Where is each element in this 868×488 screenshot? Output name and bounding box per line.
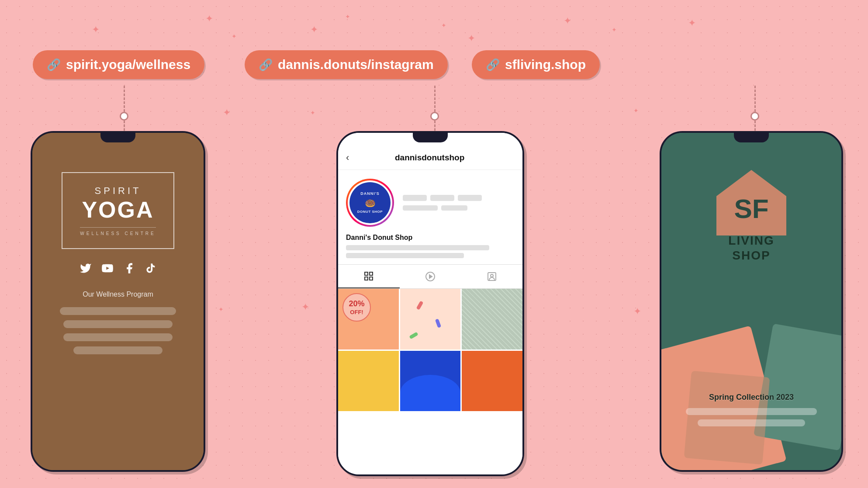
bio-line-1 [346, 245, 489, 250]
sparkle-icon: ✦ [92, 24, 100, 35]
link-icon: 🔗 [486, 58, 500, 72]
svg-point-8 [491, 274, 493, 277]
tiktok-icon [145, 262, 156, 277]
grid-item-1: 20% OFF! [338, 289, 399, 350]
url-pill-2[interactable]: 🔗 dannis.donuts/instagram [245, 50, 448, 79]
svg-rect-4 [370, 277, 373, 280]
stat-bar-2 [430, 195, 454, 201]
discount-percent: 20% [349, 299, 364, 309]
sparkle-icon: ✦ [301, 301, 309, 313]
donut-logo: DANNI'S 🍩 DONUT SHOP [346, 179, 394, 227]
sf-shop-text: SHOP [728, 248, 774, 263]
url-pill-3[interactable]: 🔗 sfliving.shop [472, 50, 600, 79]
phone1-content: SPIRIT YOGA WELLNESS CENTRE Our Wellness… [32, 133, 204, 470]
spring-bars [674, 408, 828, 426]
ig-tab-tagged[interactable] [461, 265, 522, 288]
wellness-text: WELLNESS CENTRE [80, 227, 156, 236]
youtube-icon [101, 262, 114, 277]
sparkle-icon: ✦ [441, 22, 446, 29]
sf-house-svg: SF [714, 168, 788, 238]
link-icon: 🔗 [259, 58, 273, 72]
sf-living-label: LIVING SHOP [728, 233, 774, 263]
geometric-shapes [661, 287, 841, 470]
sparkle-icon: ✦ [688, 17, 696, 29]
bar-3 [63, 333, 173, 341]
grid-item-2 [400, 289, 461, 350]
grid-item-4 [338, 351, 399, 412]
action-bar-1 [403, 205, 438, 211]
ig-tab-grid[interactable] [338, 265, 400, 288]
link-icon: 🔗 [47, 58, 61, 72]
ig-tab-reels[interactable] [400, 265, 461, 288]
sparkle-icon: ✦ [223, 107, 231, 118]
ig-action-bars [403, 205, 515, 211]
url-text-3: sfliving.shop [505, 57, 586, 72]
ig-header: ‹ dannisdonutshop [338, 146, 522, 170]
sparkle-icon: ✦ [633, 107, 639, 114]
phone3-content: SF LIVING SHOP Spring Collection 2023 [661, 133, 841, 470]
yoga-logo-box: SPIRIT YOGA WELLNESS CENTRE [62, 172, 174, 249]
phone-notch-3 [734, 133, 769, 142]
spring-bar-1 [686, 408, 816, 415]
bio-line-2 [346, 253, 464, 258]
grid-item-5 [400, 351, 461, 412]
sparkle-icon: ✦ [612, 26, 617, 33]
svg-marker-6 [429, 275, 432, 278]
ig-back-button[interactable]: ‹ [346, 152, 349, 163]
ig-bio-lines [346, 245, 515, 258]
discount-off: OFF! [350, 309, 363, 316]
program-bars [49, 307, 187, 354]
ig-profile-section: DANNI'S 🍩 DONUT SHOP [338, 170, 522, 234]
ig-bio-section: Danni's Donut Shop [338, 234, 522, 264]
donut-inner: DANNI'S 🍩 DONUT SHOP [349, 182, 391, 223]
grid-item-6 [462, 351, 522, 412]
action-bar-2 [441, 205, 467, 211]
spirit-text: SPIRIT [80, 185, 156, 197]
stat-bar-1 [403, 195, 427, 201]
danni-text: DANNI'S [360, 191, 380, 197]
phone2-content: ‹ dannisdonutshop DANNI'S 🍩 DONUT SHOP [338, 133, 522, 474]
sparkle-icon: ✦ [205, 13, 213, 24]
url-text-1: spirit.yoga/wellness [66, 57, 190, 72]
bar-4 [73, 346, 163, 354]
social-icons-row [80, 262, 156, 277]
sparkle-icon: ✦ [310, 24, 318, 35]
bar-2 [63, 320, 173, 328]
donut-emoji: 🍩 [365, 197, 376, 209]
ig-tabs [338, 264, 522, 289]
ig-business-name: Danni's Donut Shop [346, 234, 515, 242]
donut-shop-text: DONUT SHOP [357, 210, 383, 214]
sparkle-icon: ✦ [345, 13, 350, 20]
sparkle-icon: ✦ [633, 306, 641, 317]
url-text-2: dannis.donuts/instagram [278, 57, 434, 72]
sparkle-icon: ✦ [564, 15, 571, 27]
discount-badge: 20% OFF! [342, 293, 371, 322]
facebook-icon [123, 262, 135, 277]
spring-bar-2 [698, 419, 805, 426]
spring-label: Spring Collection 2023 [674, 393, 828, 402]
sf-logo-area: SF LIVING SHOP [714, 168, 788, 263]
ig-stat-bars [403, 195, 515, 201]
phone-spirit-yoga: SPIRIT YOGA WELLNESS CENTRE Our Wellness… [31, 131, 205, 472]
stat-bar-3 [458, 195, 482, 201]
svg-text:SF: SF [734, 194, 768, 224]
phone-dannis-donuts: ‹ dannisdonutshop DANNI'S 🍩 DONUT SHOP [336, 131, 524, 476]
phone-sf-living: SF LIVING SHOP Spring Collection 2023 [660, 131, 843, 472]
phone-notch-2 [413, 133, 448, 142]
bar-1 [60, 307, 176, 315]
svg-rect-1 [365, 272, 368, 275]
ig-stats [403, 195, 515, 211]
ig-username: dannisdonutshop [353, 153, 506, 163]
sparkle-icon: ✦ [467, 33, 475, 44]
sparkle-icon: ✦ [232, 33, 237, 40]
twitter-icon [80, 262, 92, 277]
grid-item-3 [462, 289, 522, 350]
wellness-program-label: Our Wellness Program [83, 291, 153, 298]
ig-image-grid: 20% OFF! [338, 289, 522, 411]
spring-section: Spring Collection 2023 [661, 393, 841, 426]
sf-house-container: SF [714, 168, 788, 238]
svg-rect-3 [365, 277, 368, 280]
sparkle-icon: ✦ [310, 109, 315, 116]
svg-rect-2 [370, 272, 373, 275]
url-pill-1[interactable]: 🔗 spirit.yoga/wellness [33, 50, 204, 79]
